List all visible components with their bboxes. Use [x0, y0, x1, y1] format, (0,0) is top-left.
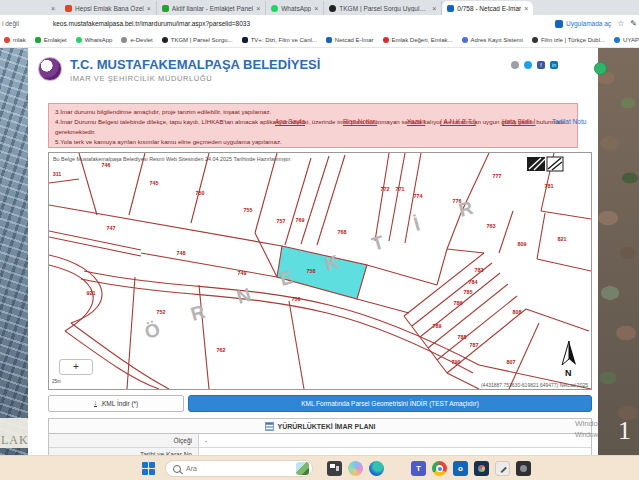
edevlet-bookmark-icon	[121, 37, 127, 43]
parcel-number-771: 771	[396, 186, 405, 192]
copilot-icon[interactable]	[348, 461, 363, 476]
bookmark-item[interactable]: TKGM | Parsel Sorgu...	[162, 37, 233, 43]
taskbar-app-icons: To	[327, 461, 531, 476]
link-print[interactable]: Yazdır	[407, 118, 425, 125]
parcel-number-758: 758	[307, 268, 316, 274]
instagram-icon[interactable]	[511, 61, 519, 69]
bookmark-label: Emlakjet	[44, 37, 67, 43]
bookmark-item[interactable]: e-Devlet	[121, 37, 152, 43]
tab-tkgm[interactable]: TKGM | Parsel Sorgu Uygulaması ×	[324, 1, 442, 15]
close-icon[interactable]: ×	[524, 5, 528, 12]
bookmark-item[interactable]: TV+: Dizi, Film ve Canl...	[242, 37, 317, 43]
kml-geometry-download-button[interactable]: KML Formatında Parsel Geometrisini İNDİR…	[188, 395, 592, 412]
bookmark-item[interactable]: WhatsApp	[76, 37, 113, 43]
whatsapp-fab-icon[interactable]	[594, 62, 607, 75]
parcel-boundary	[191, 153, 209, 223]
parcel-number-790: 790	[452, 359, 461, 365]
bookmark-label: Adres Kayıt Sistemi	[471, 37, 523, 43]
background-aerial-left: LAK	[0, 48, 28, 455]
parcel-map[interactable]: ÖRNEKTİR 3117467457507557477487577697687…	[48, 152, 592, 390]
teams-icon[interactable]: T	[411, 461, 426, 476]
parcel-boundary	[367, 265, 437, 285]
file-explorer-icon[interactable]	[390, 461, 405, 476]
emlakjet-icon	[162, 5, 169, 12]
parcel-number-807: 807	[507, 359, 516, 365]
link-plan-notes[interactable]: Plan Notları	[343, 118, 377, 125]
bookmark-star-icon[interactable]: ☆	[617, 19, 624, 28]
pen-tool-icon[interactable]	[495, 461, 510, 476]
link-home[interactable]: Ana Sayfa	[275, 118, 305, 125]
bookmark-item[interactable]: Adres Kayıt Sistemi	[462, 37, 523, 43]
parcel-boundary	[285, 158, 311, 245]
edit-icon[interactable]: ✎	[630, 19, 637, 28]
parcel-number-768: 768	[338, 229, 347, 235]
weather-widget-icon[interactable]	[296, 462, 309, 475]
bookmark-label: WhatsApp	[85, 37, 113, 43]
parcel-number-777: 777	[493, 173, 502, 179]
close-icon[interactable]: ×	[314, 5, 318, 12]
tvplus-bookmark-icon	[242, 37, 248, 43]
camera-icon[interactable]	[516, 461, 531, 476]
bookmark-item[interactable]: Emlakjet	[35, 37, 67, 43]
parcel-boundary	[389, 153, 405, 241]
bookmark-item[interactable]: Film izle | Türkçe Dubl...	[532, 37, 605, 43]
tab-emlakjet[interactable]: Aktif İlanlar - Emlakjet Panel ×	[157, 1, 266, 15]
open-in-app-button[interactable]: Uygulamada aç	[555, 20, 611, 28]
netcad-icon	[447, 5, 454, 12]
bookmark-item[interactable]: mlak	[4, 37, 26, 43]
taskbar-search-input[interactable]: Ara	[165, 460, 313, 477]
parcel-boundary	[301, 156, 329, 244]
tab-whatsapp[interactable]: WhatsApp ×	[266, 1, 324, 15]
security-label[interactable]: i değil	[2, 20, 19, 27]
tab-title: TKGM | Parsel Sorgu Uygulaması	[339, 5, 429, 12]
link-survey[interactable]: ( A N K E T )	[440, 118, 476, 125]
zoom-in-button[interactable]: +	[59, 359, 93, 375]
parcel-number-750: 750	[196, 190, 205, 196]
bookmark-item[interactable]: Netcad E-İmar	[326, 37, 374, 43]
url-input[interactable]: keos.mustafakemalpasa.bel.tr/imardurumu/…	[53, 20, 250, 27]
close-icon[interactable]: ×	[256, 5, 260, 12]
page-title: T.C. MUSTAFAKEMALPAŞA BELEDİYESİ	[70, 57, 320, 72]
parcel-boundary	[375, 153, 389, 241]
bookmark-label: mlak	[13, 37, 26, 43]
parcel-boundary	[357, 299, 409, 313]
table-row: Ölçeği -	[49, 434, 591, 448]
parcel-boundary	[289, 301, 304, 389]
search-icon	[173, 465, 181, 473]
close-icon[interactable]: ×	[51, 5, 55, 12]
facebook-icon[interactable]: f	[537, 61, 545, 69]
link-tadilat-notu[interactable]: Tadilat Notu	[552, 118, 586, 125]
bookmark-item[interactable]: UYAP Bilişim Sistemi	[614, 37, 639, 43]
bookmark-label: TKGM | Parsel Sorgu...	[171, 37, 233, 43]
photos-icon[interactable]	[474, 461, 489, 476]
adres-bookmark-icon	[462, 37, 468, 43]
tab-partial[interactable]: ×	[46, 1, 60, 15]
tab-netcad-active[interactable]: 0/758 - Netcad E-İmar ×	[442, 1, 533, 15]
close-icon[interactable]: ×	[432, 5, 436, 12]
tab-hepsiemlak[interactable]: Hepsi Emlak Bana Özel ×	[60, 1, 157, 15]
parcel-number-785: 785	[464, 289, 473, 295]
row-label-olcegi: Ölçeği	[49, 434, 199, 447]
chrome-icon[interactable]	[432, 461, 447, 476]
bookmark-item[interactable]: Emlak Değeri, Emlak...	[383, 37, 453, 43]
film-bookmark-icon	[532, 37, 538, 43]
alert-line-4: 4.İmar Durumu Belgesi talebinde dilekçe,…	[55, 117, 571, 137]
close-icon[interactable]: ×	[147, 5, 151, 12]
parcel-boundary	[49, 231, 141, 250]
task-view-icon[interactable]	[327, 461, 342, 476]
edge-icon[interactable]	[369, 461, 384, 476]
parcel-boundary	[255, 153, 277, 233]
parcel-number-781: 781	[545, 183, 554, 189]
kml-download-button[interactable]: ↓ .KML İndir (*)	[48, 395, 184, 412]
link-report-error[interactable]: Hata Bildir !	[502, 118, 536, 125]
ornektir-watermark-letter: N	[234, 284, 253, 308]
twitter-icon[interactable]	[524, 61, 532, 69]
parcel-boundary	[141, 253, 277, 277]
start-button[interactable]	[142, 462, 155, 475]
background-aerial-right: 1	[598, 48, 639, 455]
parcel-boundary	[526, 309, 589, 331]
linkedin-icon[interactable]: in	[550, 61, 558, 69]
bookmark-label: Film izle | Türkçe Dubl...	[541, 37, 605, 43]
outlook-icon[interactable]: o	[453, 461, 468, 476]
tab-title: 0/758 - Netcad E-İmar	[457, 5, 521, 12]
